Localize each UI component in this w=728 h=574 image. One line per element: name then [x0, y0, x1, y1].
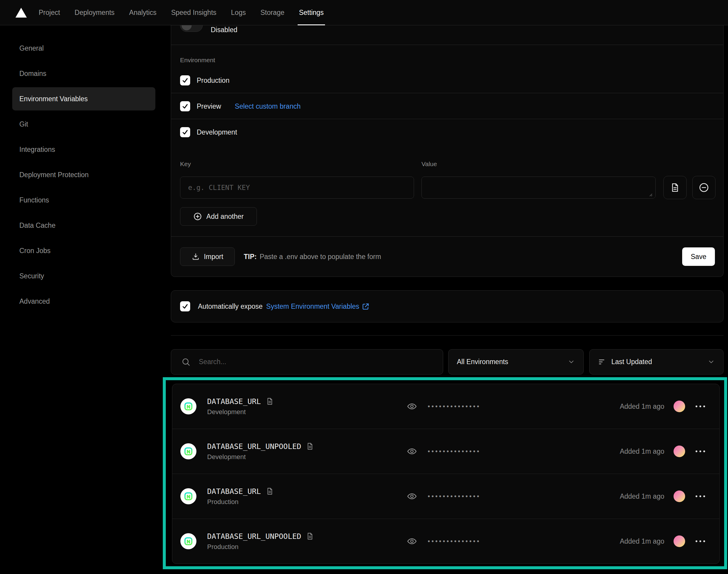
environment-section-label: Environment	[180, 56, 215, 64]
add-another-label: Add another	[206, 213, 244, 220]
value-input[interactable]	[421, 176, 656, 199]
env-var-name: DATABASE_URL	[207, 487, 261, 496]
env-var-row-database-url-development[interactable]: DATABASE_URL Development •••••••••••••• …	[172, 384, 719, 429]
sort-dropdown[interactable]: Last Updated	[589, 349, 724, 374]
sidebar-item-data-cache[interactable]: Data Cache	[12, 214, 155, 237]
nav-item-deployments[interactable]: Deployments	[75, 0, 115, 25]
toggle-label: Disabled	[211, 26, 238, 34]
sidebar-item-integrations[interactable]: Integrations	[12, 138, 155, 161]
settings-sidebar: General Domains Environment Variables Gi…	[12, 37, 155, 315]
resize-handle-icon[interactable]	[648, 192, 653, 197]
sidebar-item-deployment-protection[interactable]: Deployment Protection	[12, 163, 155, 187]
env-var-environment: Development	[207, 453, 314, 461]
note-icon[interactable]	[266, 398, 274, 406]
save-button[interactable]: Save	[682, 247, 715, 266]
row-menu-button[interactable]	[693, 403, 708, 410]
nav-item-project[interactable]: Project	[39, 0, 60, 25]
sidebar-item-security[interactable]: Security	[12, 264, 155, 288]
note-icon[interactable]	[266, 487, 274, 495]
tip-body: Paste a .env above to populate the form	[260, 253, 381, 261]
download-icon	[192, 253, 200, 261]
nav-item-settings[interactable]: Settings	[299, 0, 324, 25]
sidebar-item-advanced[interactable]: Advanced	[12, 290, 155, 313]
user-avatar	[674, 491, 685, 502]
nav-item-logs[interactable]: Logs	[231, 0, 246, 25]
sidebar-item-environment-variables[interactable]: Environment Variables	[12, 87, 155, 111]
environment-option-preview: Preview Select custom branch	[180, 96, 301, 117]
check-icon	[181, 129, 189, 136]
reveal-value-eye-icon[interactable]	[407, 401, 417, 411]
form-footer: Import TIP: Paste a .env above to popula…	[171, 236, 723, 277]
search-icon	[181, 357, 190, 367]
divider	[171, 119, 723, 119]
masked-value: ••••••••••••••	[428, 492, 481, 500]
environment-option-development: Development	[180, 122, 237, 142]
production-checkbox[interactable]	[180, 75, 190, 85]
env-var-name: DATABASE_URL	[207, 397, 261, 406]
env-var-text: DATABASE_URL Development	[207, 397, 274, 416]
sidebar-item-cron-jobs[interactable]: Cron Jobs	[12, 239, 155, 262]
preview-checkbox[interactable]	[180, 101, 190, 111]
external-link-icon[interactable]	[361, 302, 370, 311]
row-menu-button[interactable]	[693, 537, 708, 545]
reveal-value-eye-icon[interactable]	[407, 491, 417, 501]
search-input[interactable]	[199, 358, 433, 366]
row-menu-button[interactable]	[693, 492, 708, 500]
env-variables-list: DATABASE_URL Development •••••••••••••• …	[172, 384, 720, 564]
added-timestamp: Added 1m ago	[620, 492, 664, 500]
value-label: Value	[421, 160, 437, 168]
remove-row-button[interactable]	[692, 176, 716, 199]
env-var-row-database-url-production[interactable]: DATABASE_URL Production •••••••••••••• A…	[172, 474, 719, 519]
add-another-button[interactable]: Add another	[180, 207, 257, 226]
env-var-name: DATABASE_URL_UNPOOLED	[207, 532, 301, 541]
user-avatar	[674, 446, 685, 457]
chevron-down-icon	[708, 358, 715, 366]
minus-circle-icon	[698, 182, 709, 193]
nav-item-analytics[interactable]: Analytics	[129, 0, 157, 25]
top-nav: Project Deployments Analytics Speed Insi…	[0, 0, 728, 25]
neon-integration-icon	[180, 398, 197, 414]
added-timestamp: Added 1m ago	[620, 403, 664, 411]
sidebar-item-domains[interactable]: Domains	[12, 62, 155, 85]
vercel-logo-icon[interactable]	[15, 8, 27, 17]
note-icon[interactable]	[306, 532, 314, 540]
env-var-row-database-url-unpooled-production[interactable]: DATABASE_URL_UNPOOLED Production •••••••…	[172, 519, 719, 564]
select-custom-branch-link[interactable]: Select custom branch	[235, 102, 301, 111]
environment-filter-value: All Environments	[457, 358, 508, 366]
reveal-value-eye-icon[interactable]	[407, 446, 417, 456]
production-label: Production	[197, 77, 229, 85]
user-avatar	[674, 401, 685, 412]
neon-integration-icon	[180, 533, 197, 549]
auto-expose-checkbox[interactable]	[180, 301, 190, 312]
tip-text: TIP: Paste a .env above to populate the …	[244, 237, 381, 277]
development-checkbox[interactable]	[180, 127, 190, 137]
neon-integration-icon	[180, 443, 197, 459]
divider	[171, 45, 723, 45]
key-label: Key	[180, 160, 191, 168]
system-env-vars-link[interactable]: System Environment Variables	[266, 302, 359, 311]
paste-env-button[interactable]	[663, 176, 687, 199]
divider	[171, 93, 723, 93]
key-input[interactable]	[180, 176, 414, 199]
check-icon	[181, 303, 189, 310]
sidebar-item-git[interactable]: Git	[12, 113, 155, 136]
environment-filter-dropdown[interactable]: All Environments	[448, 349, 584, 374]
nav-item-speed-insights[interactable]: Speed Insights	[171, 0, 216, 25]
reveal-value-eye-icon[interactable]	[407, 536, 417, 546]
added-timestamp: Added 1m ago	[620, 537, 664, 545]
nav-item-storage[interactable]: Storage	[260, 0, 285, 25]
note-icon[interactable]	[306, 442, 314, 450]
row-menu-button[interactable]	[693, 447, 708, 455]
added-timestamp: Added 1m ago	[620, 447, 664, 455]
sidebar-item-functions[interactable]: Functions	[12, 189, 155, 212]
check-icon	[181, 103, 189, 110]
auto-expose-label: Automatically expose	[198, 302, 262, 311]
env-variable-form-card: Disabled Environment Production Preview …	[171, 25, 724, 277]
import-button[interactable]: Import	[180, 247, 235, 266]
env-var-environment: Production	[207, 543, 314, 551]
sidebar-item-general[interactable]: General	[12, 37, 155, 60]
env-var-environment: Development	[207, 408, 274, 416]
env-var-row-database-url-unpooled-development[interactable]: DATABASE_URL_UNPOOLED Development ••••••…	[172, 429, 719, 474]
search-box	[171, 349, 443, 374]
env-var-environment: Production	[207, 498, 274, 506]
